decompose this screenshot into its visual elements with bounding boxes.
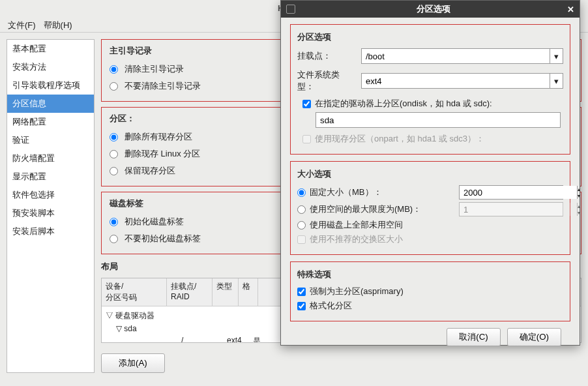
size-fixed-label: 固定大小（MB）： [310, 186, 455, 198]
sidebar: 基本配置 安装方法 引导装载程序选项 分区信息 网络配置 验证 防火墙配置 显示… [7, 39, 95, 373]
mbr-keep-label: 不要清除主引导记录 [125, 80, 201, 92]
ok-button[interactable]: 确定(O) [507, 328, 561, 346]
sidebar-item-network[interactable]: 网络配置 [7, 113, 94, 131]
disk-init-radio[interactable] [110, 218, 118, 226]
partition-opts-title: 分区选项 [297, 31, 563, 43]
close-icon[interactable]: ✕ [567, 5, 574, 14]
dialog-icon [286, 5, 295, 14]
col-device[interactable]: 设备/分区号码 [102, 278, 167, 306]
chevron-down-icon[interactable]: ▾ [550, 74, 563, 88]
size-fixed-radio[interactable] [297, 188, 306, 197]
mount-input[interactable] [362, 49, 550, 63]
sidebar-item-prescript[interactable]: 预安装脚本 [7, 204, 94, 222]
col-format[interactable]: 格 [239, 278, 258, 306]
sidebar-item-firewall[interactable]: 防火墙配置 [7, 149, 94, 168]
dialog-title: 分区选项 [299, 3, 567, 15]
size-fixed-spin[interactable]: ▴▾ [459, 185, 563, 200]
chevron-down-icon[interactable]: ▾ [550, 49, 563, 63]
sidebar-item-partition[interactable]: 分区信息 [7, 95, 94, 113]
sidebar-item-display[interactable]: 显示配置 [7, 168, 94, 186]
part-linux-radio[interactable] [110, 150, 118, 158]
part-all-label: 删除所有现存分区 [125, 131, 192, 143]
asprimary-label: 强制为主分区(asprimary) [310, 286, 404, 297]
onpart-label: 使用现存分区（onpart，如 hda1 或 sdc3）： [315, 133, 484, 145]
part-linux-label: 删除现存 Linux 分区 [125, 148, 200, 160]
sidebar-item-auth[interactable]: 验证 [7, 131, 94, 149]
dialog-titlebar[interactable]: 分区选项 ✕ [281, 1, 580, 18]
sidebar-item-install[interactable]: 安装方法 [7, 58, 94, 76]
part-all-radio[interactable] [110, 133, 118, 141]
partition-opts-group: 分区选项 挂载点： ▾ 文件系统类型： ▾ 在指定的驱动器上分区(ondisk，… [290, 24, 570, 155]
ondisk-checkbox[interactable] [302, 100, 311, 108]
mbr-clear-label: 清除主引导记录 [125, 63, 184, 75]
mount-label: 挂载点： [297, 50, 356, 62]
size-swap-label: 使用不推荐的交换区大小 [310, 233, 403, 245]
format-label: 格式化分区 [310, 300, 352, 312]
cancel-button[interactable]: 取消(C) [447, 328, 501, 346]
disk-noinit-label: 不要初始化磁盘标签 [125, 233, 201, 245]
part-keep-radio[interactable] [110, 167, 118, 175]
size-max-radio[interactable] [297, 205, 306, 214]
size-fill-radio[interactable] [297, 221, 306, 230]
sidebar-item-bootloader[interactable]: 引导装载程序选项 [7, 76, 94, 95]
mount-combo[interactable]: ▾ [361, 48, 563, 64]
ondisk-input[interactable] [316, 112, 561, 128]
size-max-input [460, 203, 577, 216]
partition-options-dialog: 分区选项 ✕ 分区选项 挂载点： ▾ 文件系统类型： ▾ [280, 0, 580, 346]
mbr-keep-radio[interactable] [110, 82, 118, 91]
disk-init-label: 初始化磁盘标签 [125, 216, 184, 228]
onpart-checkbox [302, 135, 311, 143]
size-fill-label: 使用磁盘上全部未用空间 [310, 219, 403, 231]
extra-title: 特殊选项 [297, 269, 563, 280]
fstype-combo[interactable]: ▾ [361, 73, 563, 89]
spin-up-icon[interactable]: ▴ [578, 186, 580, 192]
extra-group: 特殊选项 强制为主分区(asprimary) 格式化分区 [290, 261, 570, 321]
format-checkbox[interactable] [297, 302, 306, 310]
size-fixed-input[interactable] [460, 186, 577, 199]
part-keep-label: 保留现存分区 [125, 165, 175, 177]
ondisk-label: 在指定的驱动器上分区(ondisk，如 hda 或 sdc): [315, 98, 492, 110]
asprimary-checkbox[interactable] [297, 288, 306, 296]
size-swap-checkbox [297, 235, 306, 244]
sidebar-item-postscript[interactable]: 安装后脚本 [7, 222, 94, 241]
sidebar-item-basic[interactable]: 基本配置 [7, 40, 94, 58]
size-group: 大小选项 固定大小（MB）： ▴▾ 使用空间的最大限度为(MB)： ▴▾ [290, 161, 570, 255]
disk-noinit-radio[interactable] [110, 235, 118, 243]
add-button[interactable]: 添加(A) [101, 353, 165, 373]
menu-help[interactable]: 帮助(H) [44, 20, 72, 29]
size-max-label: 使用空间的最大限度为(MB)： [310, 203, 455, 215]
menu-file[interactable]: 文件(F) [8, 20, 36, 29]
size-max-spin: ▴▾ [459, 202, 563, 216]
spin-down-icon[interactable]: ▾ [578, 192, 580, 199]
size-title: 大小选项 [297, 168, 563, 180]
col-type[interactable]: 类型 [213, 278, 239, 306]
mbr-clear-radio[interactable] [110, 65, 118, 74]
col-mount[interactable]: 挂载点/RAID [167, 278, 213, 306]
fstype-input[interactable] [362, 74, 550, 88]
fstype-label: 文件系统类型： [297, 69, 356, 93]
sidebar-item-packages[interactable]: 软件包选择 [7, 186, 94, 204]
